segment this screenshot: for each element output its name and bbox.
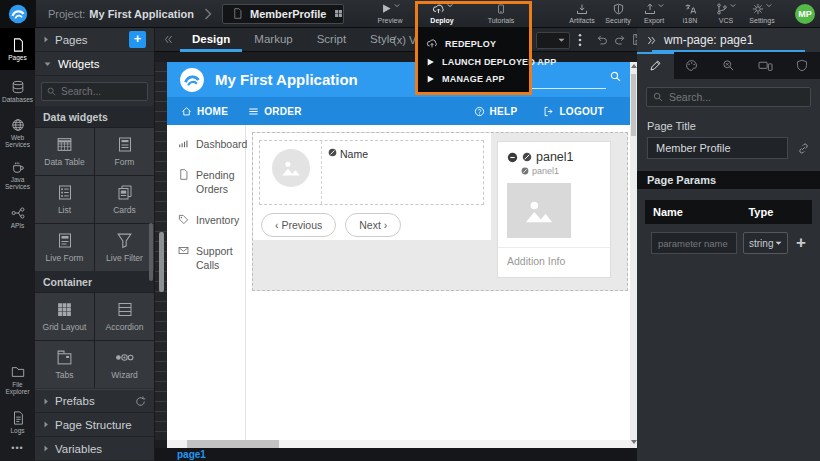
deploy-button[interactable]: Deploy [420, 0, 464, 28]
settings-button[interactable]: Settings [746, 0, 778, 28]
search-icon [653, 92, 663, 102]
app-search-input[interactable] [520, 88, 606, 89]
device-select[interactable] [536, 32, 570, 49]
add-param-button[interactable]: + [794, 233, 808, 253]
menu-item-launch-deployed-app[interactable]: LAUNCH DEPLOYED APP [417, 57, 529, 67]
widget-list[interactable]: List [35, 176, 94, 223]
i18n-button[interactable]: i18N [674, 0, 706, 28]
vcs-button[interactable]: VCS [710, 0, 742, 28]
widget-search[interactable] [41, 82, 148, 101]
page-canvas[interactable]: My First Application HOME ORDER HELP [167, 62, 630, 440]
vertical-scrollbar[interactable] [630, 62, 637, 448]
collapse-icon[interactable] [507, 152, 518, 163]
sidebar-item-inventory[interactable]: Inventory [167, 213, 245, 227]
funnel-icon [116, 232, 133, 249]
horizontal-scrollbar[interactable] [167, 440, 630, 448]
page-title-input[interactable] [647, 137, 788, 159]
activity-java-services[interactable]: Java Services [0, 154, 35, 196]
coffee-icon [11, 160, 25, 174]
current-page-label[interactable]: page1 [177, 449, 206, 460]
tutorials-button[interactable]: Tutorials [479, 0, 523, 28]
page-tab-memberprofile[interactable]: MemberProfile [222, 4, 344, 24]
preview-button[interactable]: Preview [368, 0, 412, 28]
widget-search-input[interactable] [61, 86, 142, 97]
activity-databases[interactable]: Databases [0, 70, 35, 112]
ruler-scrollbar-thumb[interactable] [159, 232, 164, 292]
nav-order[interactable]: ORDER [248, 106, 302, 117]
properties-search-input[interactable] [669, 91, 804, 103]
security-button[interactable]: Security [602, 0, 634, 28]
param-name-input[interactable] [651, 232, 737, 254]
horizontal-scrollbar-thumb[interactable] [187, 440, 279, 448]
activity-apis[interactable]: APIs [0, 196, 35, 238]
widget-grid-layout[interactable]: Grid Layout [35, 293, 94, 340]
redo-icon[interactable] [613, 33, 627, 46]
export-button[interactable]: Export [638, 0, 670, 28]
export-label: Export [644, 17, 664, 25]
sidebar-item-dashboard[interactable]: Dashboard [167, 137, 245, 151]
activity-web-services[interactable]: Web Services [0, 112, 35, 154]
tab-markup[interactable]: Markup [242, 28, 304, 52]
widget-form[interactable]: Form [95, 128, 154, 175]
sidebar-item-pending-orders[interactable]: Pending Orders [167, 168, 245, 196]
sidebar-item-label: Dashboard [196, 137, 247, 151]
widget-accordion[interactable]: Accordion [95, 293, 154, 340]
widgets-accordion[interactable]: Widgets [35, 52, 154, 76]
expand-panel-icon[interactable] [646, 35, 657, 46]
nav-home[interactable]: HOME [181, 106, 228, 117]
search-icon[interactable] [610, 71, 621, 82]
widget-wizard[interactable]: Wizard [95, 341, 154, 388]
nav-help[interactable]: HELP [474, 106, 518, 117]
pages-accordion[interactable]: Pages + [35, 28, 154, 52]
page-structure-accordion[interactable]: Page Structure [35, 413, 154, 437]
content-container[interactable]: Name ‹ Previous Next › panel1 [252, 132, 628, 291]
widget-live-form[interactable]: Live Form [35, 224, 94, 271]
wavemaker-logo[interactable] [0, 0, 36, 28]
nav-logout[interactable]: LOGOUT [543, 106, 604, 117]
activity-file-explorer[interactable]: File Explorer [0, 359, 35, 401]
tab-script[interactable]: Script [305, 28, 358, 52]
widget-cards[interactable]: Cards [95, 176, 154, 223]
properties-search[interactable] [646, 87, 811, 107]
variables-accordion[interactable]: Variables [35, 437, 154, 461]
grid-icon[interactable] [333, 8, 344, 19]
menu-item-manage-app[interactable]: MANAGE APP [417, 74, 529, 84]
menu-item-redeploy[interactable]: REDEPLOY [417, 38, 529, 49]
tab-find-widget[interactable] [710, 52, 747, 79]
kebab-menu-icon[interactable] [578, 33, 582, 47]
tab-styles[interactable] [674, 52, 711, 79]
sidebar-item-support-calls[interactable]: Support Calls [167, 244, 245, 272]
properties-tabs [637, 52, 820, 79]
collapse-panel-icon[interactable] [163, 34, 174, 45]
activity-more-button[interactable]: ••• [0, 443, 35, 461]
member-list-item[interactable]: Name [259, 140, 484, 205]
panel1-image-placeholder[interactable] [507, 183, 571, 238]
tab-devices[interactable] [747, 52, 784, 79]
next-button[interactable]: Next › [345, 213, 401, 237]
tutorials-icon [496, 3, 506, 15]
tab-design[interactable]: Design [180, 28, 242, 52]
widget-live-filter[interactable]: Live Filter [95, 224, 154, 271]
widget-tabs[interactable]: Tabs [35, 341, 94, 388]
widget-data-table[interactable]: Data Table [35, 128, 94, 175]
artifacts-button[interactable]: Artifacts [566, 0, 598, 28]
panel-scrollbar[interactable] [149, 223, 153, 281]
tab-properties[interactable] [637, 52, 674, 79]
scroll-up-arrow[interactable] [631, 64, 637, 68]
param-type-select[interactable]: string [743, 232, 788, 254]
user-avatar[interactable]: MP [795, 4, 815, 24]
translate-icon [684, 3, 697, 15]
vertical-scrollbar-thumb[interactable] [631, 74, 636, 136]
scroll-down-arrow[interactable] [631, 440, 637, 444]
refresh-icon[interactable] [135, 396, 146, 407]
prefabs-accordion[interactable]: Prefabs [35, 389, 154, 413]
log-file-icon [11, 411, 25, 425]
bind-link-icon[interactable] [797, 142, 810, 155]
tab-security[interactable] [783, 52, 820, 79]
add-page-button[interactable]: + [129, 31, 146, 48]
undo-icon[interactable] [595, 33, 609, 46]
activity-logs[interactable]: Logs [0, 401, 35, 443]
panel1-widget[interactable]: panel1 panel1 Addition Info [497, 141, 611, 278]
activity-pages[interactable]: Pages [0, 28, 35, 70]
previous-button[interactable]: ‹ Previous [261, 213, 336, 237]
